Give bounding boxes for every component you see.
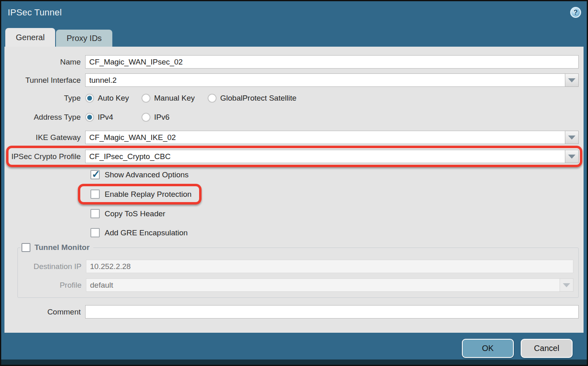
- ipsec-tunnel-dialog: IPSec Tunnel ? General Proxy IDs Name Tu…: [0, 0, 588, 366]
- tab-general[interactable]: General: [5, 28, 55, 47]
- globalprotect-satellite-label: GlobalProtect Satellite: [220, 94, 296, 103]
- tunnel-monitor-fieldset: Tunnel Monitor Destination IP Profile: [17, 243, 579, 298]
- ipsec-crypto-profile-input[interactable]: [85, 150, 565, 163]
- ipsec-crypto-profile-label: IPSec Crypto Profile: [9, 152, 85, 161]
- button-bar: OK Cancel: [1, 333, 587, 358]
- tunnel-interface-row: Tunnel Interface: [9, 73, 584, 87]
- help-icon[interactable]: ?: [570, 7, 581, 18]
- enable-replay-protection-row: Enable Replay Protection: [90, 189, 584, 199]
- type-option-globalprotect: GlobalProtect Satellite: [208, 94, 296, 103]
- globalprotect-satellite-radio[interactable]: [208, 94, 217, 103]
- profile-label: Profile: [18, 281, 86, 290]
- ike-gateway-input[interactable]: [85, 131, 565, 144]
- cancel-button[interactable]: Cancel: [521, 339, 573, 358]
- ok-button[interactable]: OK: [462, 339, 514, 358]
- address-type-label: Address Type: [9, 113, 85, 122]
- address-type-row: Address Type IPv4 IPv6: [9, 113, 584, 122]
- tunnel-monitor-checkbox[interactable]: [21, 243, 30, 252]
- comment-label: Comment: [9, 308, 85, 316]
- show-advanced-options-label: Show Advanced Options: [105, 170, 189, 179]
- destination-ip-label: Destination IP: [18, 262, 86, 271]
- ike-gateway-dropdown-button[interactable]: [565, 131, 579, 144]
- chevron-down-icon: [563, 283, 570, 287]
- comment-row: Comment: [9, 305, 584, 319]
- footer: OK Cancel: [1, 333, 587, 365]
- destination-ip-input: [86, 260, 573, 273]
- type-option-manual-key: Manual Key: [142, 94, 208, 103]
- enable-replay-protection-checkbox[interactable]: [90, 189, 100, 199]
- manual-key-radio[interactable]: [142, 94, 150, 103]
- ike-gateway-label: IKE Gateway: [9, 133, 85, 142]
- type-option-auto-key: Auto Key: [85, 94, 142, 103]
- profile-input: [86, 278, 560, 292]
- auto-key-label: Auto Key: [98, 94, 129, 103]
- tunnel-interface-label: Tunnel Interface: [9, 76, 85, 85]
- name-input[interactable]: [85, 55, 579, 69]
- title-bar: IPSec Tunnel ?: [1, 1, 587, 24]
- ike-gateway-row: IKE Gateway: [9, 131, 584, 144]
- add-gre-encapsulation-checkbox[interactable]: [90, 228, 100, 237]
- copy-tos-header-row: Copy ToS Header: [90, 209, 584, 218]
- ipv6-radio[interactable]: [142, 113, 150, 122]
- profile-row: Profile: [18, 278, 573, 292]
- ipv4-label: IPv4: [98, 113, 113, 122]
- general-tab-panel: Name Tunnel Interface Type Auto Key: [4, 47, 584, 333]
- name-row: Name: [9, 55, 584, 69]
- chevron-down-icon: [568, 155, 575, 159]
- tab-bar: General Proxy IDs: [5, 28, 587, 47]
- show-advanced-options-checkbox[interactable]: [90, 170, 100, 179]
- comment-input[interactable]: [85, 305, 579, 319]
- enable-replay-protection-label: Enable Replay Protection: [105, 190, 191, 199]
- ipsec-crypto-profile-row: IPSec Crypto Profile: [9, 150, 584, 163]
- chevron-down-icon: [568, 78, 575, 82]
- ipsec-crypto-profile-dropdown-button[interactable]: [565, 150, 579, 163]
- add-gre-encapsulation-label: Add GRE Encapsulation: [105, 228, 188, 237]
- name-label: Name: [9, 58, 85, 67]
- ipv4-radio[interactable]: [85, 113, 94, 122]
- tab-proxy-ids[interactable]: Proxy IDs: [56, 30, 112, 47]
- auto-key-radio[interactable]: [85, 94, 94, 103]
- address-type-option-ipv6: IPv6: [142, 113, 170, 122]
- address-type-option-ipv4: IPv4: [85, 113, 142, 122]
- bottom-strip: [1, 360, 587, 365]
- add-gre-encapsulation-row: Add GRE Encapsulation: [90, 228, 584, 237]
- copy-tos-header-label: Copy ToS Header: [105, 209, 165, 218]
- chevron-down-icon: [568, 136, 575, 140]
- profile-dropdown-button: [560, 278, 573, 292]
- dialog-title: IPSec Tunnel: [8, 7, 62, 18]
- ipv6-label: IPv6: [154, 113, 170, 122]
- type-row: Type Auto Key Manual Key GlobalProtect S…: [9, 94, 584, 103]
- tunnel-monitor-legend: Tunnel Monitor: [20, 243, 93, 252]
- type-label: Type: [9, 94, 85, 103]
- copy-tos-header-checkbox[interactable]: [90, 209, 100, 218]
- manual-key-label: Manual Key: [154, 94, 195, 103]
- show-advanced-options-row: Show Advanced Options: [90, 170, 584, 179]
- destination-ip-row: Destination IP: [18, 260, 573, 273]
- tunnel-interface-dropdown-button[interactable]: [565, 73, 579, 87]
- tunnel-monitor-label: Tunnel Monitor: [34, 243, 90, 252]
- tunnel-interface-input[interactable]: [85, 73, 565, 87]
